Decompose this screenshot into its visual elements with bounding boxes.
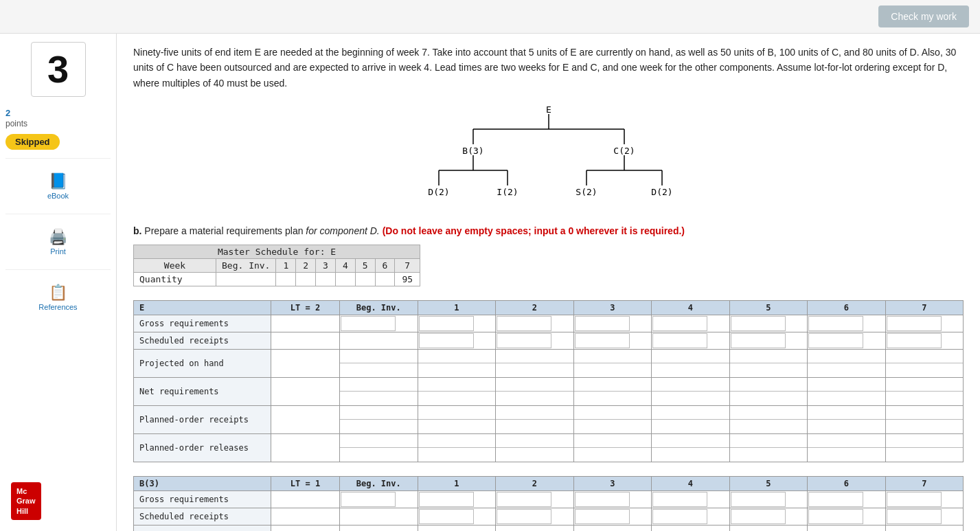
mrp-B-gross-w4-input[interactable]	[652, 492, 707, 507]
mrp-E-porel-w4-top[interactable]	[652, 434, 729, 448]
mrp-E-net-w3-top[interactable]	[574, 378, 652, 392]
mrp-B-proj-w3-top[interactable]	[574, 526, 652, 531]
mrp-E-proj-w1-input-bot[interactable]	[418, 363, 496, 377]
mrp-E-por-w1-top[interactable]	[418, 406, 496, 420]
mrp-B-proj-w5-top[interactable]	[730, 526, 808, 531]
mrp-E-porel-w3-bot[interactable]	[574, 448, 652, 462]
mrp-E-gross-w4-input[interactable]	[652, 316, 707, 331]
mrp-E-porel-w5-bot[interactable]	[730, 448, 808, 462]
mrp-E-por-beg-bot[interactable]	[340, 420, 418, 433]
mrp-B-gross-w1-input[interactable]	[419, 492, 474, 507]
check-my-work-button[interactable]: Check my work	[878, 5, 969, 27]
mrp-E-proj-w3-top[interactable]	[574, 350, 652, 363]
mrp-E-por-w6-top[interactable]	[808, 406, 885, 420]
mrp-B-sched-w7-input[interactable]	[887, 509, 942, 524]
mrp-E-sched-w6-input[interactable]	[808, 333, 863, 348]
mrp-E-proj-beg-input-top[interactable]	[340, 350, 418, 363]
mrp-E-por-w2-top[interactable]	[496, 406, 573, 420]
mrp-B-sched-w5-input[interactable]	[731, 509, 786, 524]
mrp-E-proj-w2-bot[interactable]	[496, 363, 573, 377]
mrp-B-proj-w4-top[interactable]	[652, 526, 729, 531]
mrp-E-net-w2-top[interactable]	[496, 378, 573, 392]
mrp-E-porel-w1-bot[interactable]	[418, 448, 496, 462]
mrp-E-net-w7-top[interactable]	[886, 378, 964, 392]
mrp-E-por-w4-top[interactable]	[652, 406, 729, 420]
mrp-E-porel-w3-top[interactable]	[574, 434, 652, 448]
mrp-E-gross-w5-input[interactable]	[731, 316, 786, 331]
mrp-E-porel-beg-bot[interactable]	[340, 448, 418, 462]
mrp-E-por-w3-bot[interactable]	[574, 420, 652, 433]
mrp-B-proj-w1-top[interactable]	[418, 526, 496, 531]
mrp-B-proj-w6-top[interactable]	[808, 526, 885, 531]
mrp-E-por-w2-bot[interactable]	[496, 420, 573, 433]
mrp-E-net-w6-top[interactable]	[808, 378, 885, 392]
mrp-B-sched-w3-input[interactable]	[575, 509, 630, 524]
mrp-B-gross-w2-input[interactable]	[497, 492, 551, 507]
mrp-E-gross-w7-input[interactable]	[887, 316, 942, 331]
mrp-E-net-beg-bot[interactable]	[340, 392, 418, 405]
mrp-E-por-beg-top[interactable]	[340, 406, 418, 420]
mrp-E-por-w7-bot[interactable]	[886, 420, 964, 433]
mrp-E-proj-w1-input-top[interactable]	[418, 350, 496, 363]
mrp-E-proj-w5-top[interactable]	[730, 350, 808, 363]
mrp-E-por-w5-top[interactable]	[730, 406, 808, 420]
mrp-B-gross-w6-input[interactable]	[808, 492, 863, 507]
mrp-B-sched-w4-input[interactable]	[652, 509, 707, 524]
mrp-B-proj-w2-top[interactable]	[496, 526, 573, 531]
mrp-E-porel-w4-bot[interactable]	[652, 448, 729, 462]
mrp-E-sched-w7-input[interactable]	[887, 333, 942, 348]
mrp-B-sched-w6-input[interactable]	[808, 509, 863, 524]
mrp-E-por-w6-bot[interactable]	[808, 420, 885, 433]
mrp-E-por-w4-bot[interactable]	[652, 420, 729, 433]
mrp-E-net-w5-top[interactable]	[730, 378, 808, 392]
mrp-E-proj-beg-input-bot[interactable]	[340, 363, 418, 377]
mrp-E-gross-w3-input[interactable]	[575, 316, 630, 331]
mrp-E-porel-w1-top[interactable]	[418, 434, 496, 448]
mrp-B-sched-w2-input[interactable]	[497, 509, 551, 524]
mrp-E-por-w3-top[interactable]	[574, 406, 652, 420]
mrp-E-net-w2-bot[interactable]	[496, 392, 573, 405]
mrp-E-sched-w4-input[interactable]	[652, 333, 707, 348]
mrp-E-net-w1-top[interactable]	[418, 378, 496, 392]
mrp-E-net-w7-bot[interactable]	[886, 392, 964, 405]
mrp-B-sched-w1-input[interactable]	[419, 509, 474, 524]
mrp-B-gross-beg-input[interactable]	[341, 492, 396, 507]
mrp-E-proj-w5-bot[interactable]	[730, 363, 808, 377]
mrp-E-proj-w6-bot[interactable]	[808, 363, 885, 377]
mrp-E-net-w6-bot[interactable]	[808, 392, 885, 405]
mrp-E-proj-w4-top[interactable]	[652, 350, 729, 363]
mrp-E-proj-w7-bot[interactable]	[886, 363, 964, 377]
mrp-E-net-beg-top[interactable]	[340, 378, 418, 392]
mrp-B-gross-w7-input[interactable]	[887, 492, 942, 507]
mrp-E-proj-w7-top[interactable]	[886, 350, 964, 363]
mrp-E-porel-w2-bot[interactable]	[496, 448, 573, 462]
mrp-B-gross-w5-input[interactable]	[731, 492, 786, 507]
mrp-E-net-w1-bot[interactable]	[418, 392, 496, 405]
mrp-E-por-w5-bot[interactable]	[730, 420, 808, 433]
mrp-E-sched-w3-input[interactable]	[575, 333, 630, 348]
mrp-E-proj-w6-top[interactable]	[808, 350, 885, 363]
sidebar-item-print[interactable]: 🖨️ Print	[5, 223, 111, 261]
mrp-E-sched-w2-input[interactable]	[497, 333, 551, 348]
mrp-E-gross-beg-input[interactable]	[341, 316, 396, 331]
mrp-E-gross-w2-input[interactable]	[497, 316, 551, 331]
sidebar-item-references[interactable]: 📋 References	[5, 278, 111, 317]
mrp-E-porel-w7-top[interactable]	[886, 434, 964, 448]
mrp-E-por-w7-top[interactable]	[886, 406, 964, 420]
mrp-E-sched-w1-input[interactable]	[419, 333, 474, 348]
mrp-E-proj-w4-bot[interactable]	[652, 363, 729, 377]
mrp-E-gross-w1-input[interactable]	[419, 316, 474, 331]
mrp-E-porel-w5-top[interactable]	[730, 434, 808, 448]
mrp-E-net-w4-top[interactable]	[652, 378, 729, 392]
mrp-E-porel-w7-bot[interactable]	[886, 448, 964, 462]
mrp-E-porel-w2-top[interactable]	[496, 434, 573, 448]
mrp-E-por-w1-bot[interactable]	[418, 420, 496, 433]
mrp-E-proj-w3-bot[interactable]	[574, 363, 652, 377]
mrp-E-proj-w2-top[interactable]	[496, 350, 573, 363]
sidebar-item-ebook[interactable]: 📘 eBook	[5, 167, 111, 205]
mrp-E-porel-w6-bot[interactable]	[808, 448, 885, 462]
mrp-E-net-w5-bot[interactable]	[730, 392, 808, 405]
mrp-E-net-w3-bot[interactable]	[574, 392, 652, 405]
mrp-E-porel-w6-top[interactable]	[808, 434, 885, 448]
mrp-E-porel-beg-top[interactable]	[340, 434, 418, 448]
